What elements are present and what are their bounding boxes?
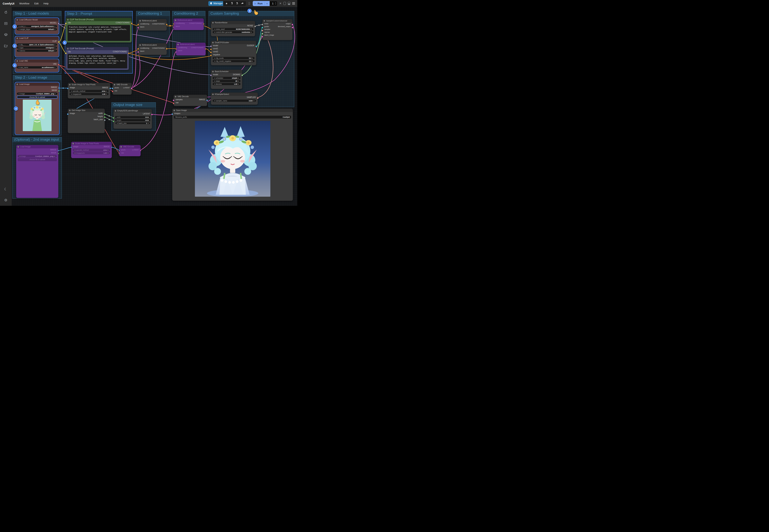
slot-conditioning-input[interactable]: [175, 48, 177, 50]
widget-steps[interactable]: ◀steps20▶: [212, 80, 240, 82]
batch-count-stepper[interactable]: 1 ∧∨: [269, 1, 277, 6]
slot-conditioning-input[interactable]: [137, 48, 139, 50]
widget-weight-dtype[interactable]: ◀weight_dtypedefault▶: [17, 28, 57, 31]
collapse-dot[interactable]: [263, 20, 265, 22]
node-clip-encode-positive[interactable]: CLIP Text Encode (Prompt) clipCONDITIONI…: [66, 18, 132, 43]
collapse-dot[interactable]: [67, 19, 69, 20]
slot-conditioning-input[interactable]: [137, 24, 139, 25]
collapse-dot[interactable]: [175, 96, 176, 97]
node-reference-latent-1b[interactable]: ReferenceLatent conditioningCONDITIONING…: [138, 43, 167, 55]
slot-latent-input[interactable]: [173, 26, 174, 28]
collapse-dot[interactable]: [212, 22, 214, 23]
slot-clip-input[interactable]: [65, 23, 67, 24]
clean-icon-1[interactable]: [230, 2, 233, 5]
slot-guider-input[interactable]: [261, 27, 263, 28]
slot-batch-size-output[interactable]: [104, 119, 106, 121]
reroute-dot-noise[interactable]: [258, 24, 260, 26]
widget-clip-name[interactable]: ◀clip_ ...qwen_2.5_vl_fp16.safetensors▶: [17, 43, 57, 46]
clear-queue-icon[interactable]: ✕: [279, 2, 281, 5]
count-spin-arrows[interactable]: ∧∨: [275, 2, 276, 5]
node-reference-latent-1a[interactable]: ReferenceLatent conditioningCONDITIONING…: [138, 19, 167, 31]
node-load-vae[interactable]: Load VAE VAE ◀vae_nameae.safetensors▶: [15, 59, 59, 72]
slot-height-output[interactable]: [104, 116, 106, 118]
slot-latent-output[interactable]: [151, 114, 153, 115]
node-library-icon[interactable]: [4, 33, 8, 37]
reroute-dot-image[interactable]: [62, 87, 64, 89]
slot-image-output[interactable]: [58, 87, 60, 89]
slot-conditioning-output[interactable]: [131, 23, 132, 24]
window-icon[interactable]: [283, 2, 286, 5]
slot-conditioning-output[interactable]: [166, 24, 168, 25]
slot-image-input[interactable]: [67, 88, 69, 89]
widget-height-connected[interactable]: height1024: [115, 119, 150, 121]
menu-edit[interactable]: Edit: [34, 2, 38, 5]
slot-latent-output[interactable]: [140, 150, 141, 151]
slot-sampler-output[interactable]: [257, 97, 258, 99]
app-logo[interactable]: ComfyUI: [3, 2, 14, 5]
node-reference-latent-2b-muted[interactable]: ReferenceLatent conditioningCONDITIONING…: [176, 43, 206, 56]
slot-latent-input[interactable]: [137, 27, 139, 29]
slot-latent-image-input[interactable]: [261, 36, 263, 38]
collapse-dot[interactable]: [16, 19, 18, 21]
toolbar-drag-handle[interactable]: [248, 2, 250, 5]
widget-cfg-conds[interactable]: ◀cfg_conds5.0▶: [212, 57, 255, 59]
slot-negative-input[interactable]: [210, 55, 212, 56]
slot-output[interactable]: [291, 24, 293, 25]
slot-clip-output[interactable]: [58, 41, 60, 43]
slot-image-output[interactable]: [109, 88, 111, 89]
node-scale-image-2-muted[interactable]: Scale Image to Total Pixels imageIMAGE ◀…: [71, 142, 112, 158]
widget-megapixels[interactable]: ◀megapixels1.00▶: [69, 93, 109, 95]
node-sampler-custom-advanced[interactable]: SamplerCustomAdvanced noiseoutput guider…: [262, 19, 292, 40]
theme-moon-icon[interactable]: ☾: [4, 187, 7, 191]
collapse-dot[interactable]: [139, 20, 141, 22]
widget-scheduler[interactable]: ◀schedulersimple▶: [212, 77, 240, 79]
widget-cfg-cond2-negative[interactable]: ◀cfg_cond2_negative2.0▶: [212, 60, 255, 62]
slot-vae-input[interactable]: [112, 91, 113, 92]
widget-sampler-name[interactable]: ◀sampler_nameeuler▶: [212, 99, 256, 102]
widget-filename-prefix[interactable]: filename_prefixComfyUI: [174, 116, 291, 119]
node-vae-decode[interactable]: VAE Decode samplesIMAGE vae: [173, 95, 207, 106]
widget-control-after-generate[interactable]: ◀control after generaterandomize▶: [212, 31, 253, 33]
slot-guider-output[interactable]: [255, 45, 257, 47]
slot-latent-input[interactable]: [137, 51, 139, 53]
prompt-textarea-positive[interactable]: Transform character into crystal materia…: [67, 25, 130, 41]
slot-sigmas-input[interactable]: [261, 33, 263, 34]
slot-pixels-input[interactable]: [112, 88, 113, 89]
widget-upscale-method[interactable]: ◀upscale_methodarea▶: [73, 149, 110, 151]
widget-upscale-method[interactable]: ◀upscale_methodarea▶: [69, 90, 109, 92]
collapse-dot[interactable]: [72, 143, 74, 144]
slot-vae-output[interactable]: [58, 64, 60, 66]
slot-noise-input[interactable]: [261, 24, 263, 25]
collapse-dot[interactable]: [67, 48, 69, 49]
slot-image-output[interactable]: [111, 146, 113, 148]
widget-vae-name[interactable]: ◀vae_nameae.safetensors▶: [17, 66, 57, 69]
slot-image-output[interactable]: [57, 150, 59, 151]
node-load-image-2-muted[interactable]: Load Image IMAGE MASK ◀imageComfyUI_2568…: [16, 145, 58, 198]
settings-gear-icon[interactable]: ⚙: [4, 198, 7, 202]
slot-denoised-output[interactable]: [291, 27, 293, 28]
node-empty-sd3-latent[interactable]: EmptySD3LatentImage LATENT width1024 hei…: [113, 109, 152, 129]
queue-icon[interactable]: [4, 22, 8, 25]
slot-clip-input[interactable]: [65, 52, 67, 54]
collapse-dot[interactable]: [120, 146, 122, 148]
node-vae-encode-1[interactable]: VAE Encode pixelsLATENT vae: [112, 83, 132, 95]
node-vae-encode-2-muted[interactable]: VAE Encode pixelsLATENT vae: [119, 145, 141, 156]
history-icon[interactable]: [4, 10, 8, 14]
node-basic-scheduler[interactable]: BasicScheduler modelSIGMAS ◀schedulersim…: [211, 70, 242, 89]
node-clip-encode-negative[interactable]: CLIP Text Encode (Prompt) clipCONDITIONI…: [66, 47, 129, 70]
collapse-dot[interactable]: [69, 84, 70, 85]
reroute-dot-width[interactable]: [108, 115, 110, 117]
panel-toggle-icon[interactable]: [288, 2, 290, 5]
node-load-diffusion-model[interactable]: Load Diffusion Model MODEL ◀unet_n ...om…: [15, 18, 59, 34]
slot-image-output[interactable]: [206, 99, 208, 101]
collapse-dot[interactable]: [212, 42, 214, 43]
collapse-dot[interactable]: [212, 71, 214, 72]
star-icon[interactable]: ★: [225, 2, 228, 5]
node-get-image-size[interactable]: Get Image Size imagewidth height batch_s…: [68, 109, 105, 133]
widget-unet-name[interactable]: ◀unet_n ...omnigen2_fp16.safetensors▶: [17, 25, 57, 27]
widget-denoise[interactable]: ◀denoise1.00▶: [212, 83, 240, 85]
slot-width-input[interactable]: [113, 117, 114, 119]
widget-image-file[interactable]: ◀imageComfyUI_256804_.png▶: [18, 155, 57, 157]
slot-conditioning-output[interactable]: [205, 48, 206, 50]
collapse-dot[interactable]: [115, 110, 116, 112]
